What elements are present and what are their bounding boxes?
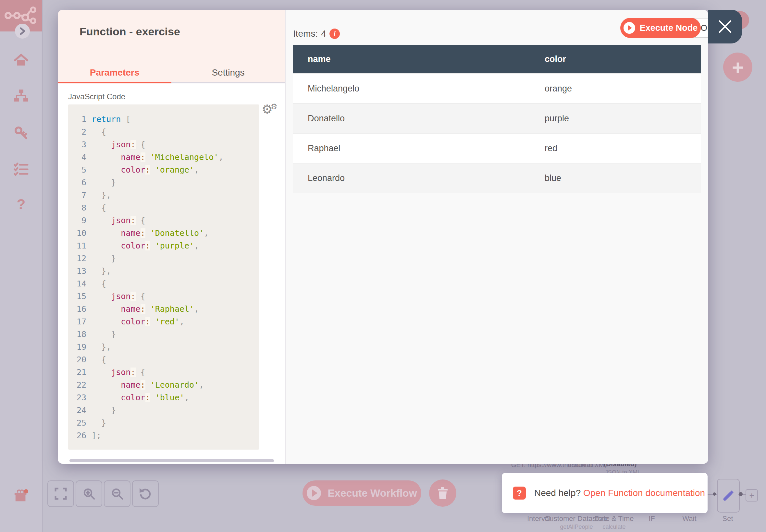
trash-icon	[437, 487, 449, 500]
tab-label: Settings	[212, 67, 244, 78]
column-header-color: color	[530, 45, 701, 73]
code-field-label: JavaScript Code	[68, 92, 125, 101]
table-cell: orange	[530, 74, 701, 103]
panel-scrollbar[interactable]	[69, 459, 274, 462]
line-number: 5	[68, 163, 91, 176]
items-summary: Items:4 i	[293, 29, 340, 39]
table-cell: Michelangelo	[293, 74, 530, 103]
chevron-right-icon	[19, 27, 26, 35]
sidebar-item-home[interactable]	[14, 53, 29, 67]
line-number: 17	[68, 315, 91, 328]
output-panel: Items:4 i JSON Table Execute Node name c…	[285, 10, 708, 464]
ghost-node-sublabel: getAllPeople	[560, 524, 593, 530]
line-number: 11	[68, 239, 91, 252]
line-number: 9	[68, 214, 91, 227]
zoom-in-icon	[82, 487, 95, 500]
code-line: 4 name: 'Michelangelo',	[68, 151, 259, 163]
n8n-logo-icon	[5, 6, 36, 25]
sidebar: ?	[0, 0, 43, 532]
code-line: 19 },	[68, 341, 259, 353]
gift-icon	[14, 489, 29, 503]
code-line: 21 json: {	[68, 366, 259, 379]
code-line: 7 },	[68, 189, 259, 201]
help-icon: ?	[513, 487, 526, 500]
table-cell: blue	[530, 163, 701, 193]
delete-workflow-button[interactable]	[429, 479, 456, 507]
code-line: 22 name: 'Leonardo',	[68, 379, 259, 391]
node-settings-header: Function - exercise Parameters Settings	[58, 10, 285, 83]
set-node[interactable]	[717, 479, 740, 513]
n8n-app: ?	[0, 0, 766, 532]
plus-icon: +	[732, 56, 744, 79]
table-body: MichelangeloorangeDonatellopurpleRaphael…	[293, 73, 701, 193]
execute-workflow-button[interactable]: Execute Workflow	[302, 480, 421, 506]
key-icon	[14, 126, 29, 140]
code-line: 20 {	[68, 353, 259, 366]
line-number: 19	[68, 341, 91, 353]
code-line: 5 color: 'orange',	[68, 163, 259, 176]
line-number: 24	[68, 404, 91, 417]
sidebar-item-credentials[interactable]	[14, 126, 29, 140]
code-line: 26];	[68, 429, 259, 442]
whats-new-button[interactable]	[14, 489, 29, 503]
sidebar-item-workflows[interactable]	[14, 88, 29, 103]
ghost-node-label: IF	[649, 514, 655, 523]
zoom-out-button[interactable]	[104, 480, 130, 507]
line-number: 13	[68, 265, 91, 277]
node-details-modal: Function - exercise Parameters Settings …	[58, 10, 708, 464]
code-line: 18 }	[68, 328, 259, 341]
open-documentation-link[interactable]: Open Function documentation	[583, 488, 705, 498]
notification-dot	[24, 489, 28, 493]
table-cell: red	[530, 134, 701, 163]
line-number: 1	[68, 113, 91, 126]
info-icon[interactable]: i	[329, 29, 340, 39]
items-label: Items:	[293, 29, 318, 39]
reset-zoom-button[interactable]	[132, 480, 159, 507]
checklist-icon	[14, 163, 29, 176]
code-line: 9 json: {	[68, 214, 259, 227]
line-number: 22	[68, 379, 91, 391]
add-node-button[interactable]: +	[723, 53, 752, 82]
table-header-row: name color	[293, 45, 701, 73]
code-line: 10 name: 'Donatello',	[68, 227, 259, 239]
close-modal-button[interactable]	[708, 10, 742, 43]
ghost-node-sublabel: calculate	[602, 524, 626, 530]
gear-icon[interactable]: ⚙⚙	[261, 103, 279, 115]
zoom-to-fit-button[interactable]	[47, 480, 74, 507]
ghost-node-label: Date & Time	[594, 514, 634, 523]
line-number: 15	[68, 290, 91, 303]
table-cell: Leonardo	[293, 163, 530, 193]
home-icon	[14, 53, 29, 67]
code-line: 12 }	[68, 252, 259, 265]
plus-icon: +	[749, 490, 754, 501]
code-line: 3 json: {	[68, 138, 259, 151]
line-number: 8	[68, 201, 91, 214]
line-number: 26	[68, 429, 91, 442]
sidebar-item-help[interactable]: ?	[14, 197, 29, 212]
table-row: Michelangeloorange	[293, 73, 701, 103]
question-icon: ?	[17, 196, 26, 212]
code-line: 1return [	[68, 113, 259, 126]
node-title: Function - exercise	[79, 25, 180, 38]
execute-node-button[interactable]: Execute Node	[620, 18, 701, 38]
sidebar-item-executions[interactable]	[14, 162, 29, 177]
sitemap-icon	[14, 89, 29, 103]
fullscreen-icon	[54, 487, 67, 500]
line-number: 16	[68, 303, 91, 315]
tab-settings[interactable]: Settings	[171, 63, 285, 82]
table-row: Donatellopurple	[293, 103, 701, 133]
items-count: 4	[321, 29, 326, 39]
line-number: 14	[68, 277, 91, 290]
help-text: Need help? Open Function documentation	[534, 488, 705, 498]
code-line: 17 color: 'red',	[68, 315, 259, 328]
sidebar-collapse-button[interactable]	[15, 24, 30, 39]
ghost-node-label: Wait	[682, 514, 696, 523]
code-line: 2 {	[68, 126, 259, 138]
code-line: 23 color: 'blue',	[68, 391, 259, 404]
line-number: 12	[68, 252, 91, 265]
tab-parameters[interactable]: Parameters	[58, 63, 171, 82]
zoom-in-button[interactable]	[76, 480, 102, 507]
add-connected-node-button[interactable]: +	[746, 489, 758, 502]
line-number: 18	[68, 328, 91, 341]
code-editor[interactable]: 1return [2 {3 json: {4 name: 'Michelange…	[68, 104, 259, 450]
